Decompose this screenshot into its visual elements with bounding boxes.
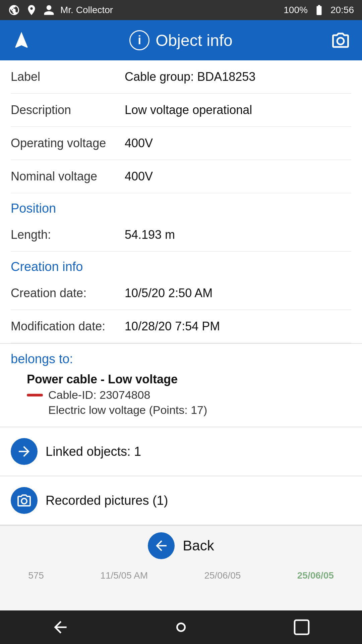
- label-row: Label Cable group: BDA18253: [11, 60, 351, 94]
- length-row: Length: 54.193 m: [11, 218, 351, 252]
- cable-id-row: Cable-ID: 23074808: [27, 388, 351, 401]
- description-key: Description: [11, 103, 125, 117]
- cable-id-text: Cable-ID: 23074808: [48, 388, 150, 401]
- nav-square-icon: [292, 618, 311, 637]
- partial-col3: 25/06/05: [204, 570, 241, 581]
- page-title: Object info: [156, 31, 232, 50]
- person-icon: [43, 4, 55, 16]
- partial-col2: 11/5/05 AM: [100, 570, 148, 581]
- modification-date-row: Modification date: 10/28/20 7:54 PM: [11, 310, 351, 343]
- nav-home-button[interactable]: [161, 615, 201, 639]
- nominal-voltage-row: Nominal voltage 400V: [11, 160, 351, 193]
- creation-date-key: Creation date:: [11, 286, 125, 300]
- partial-col1: 575: [28, 570, 44, 581]
- status-bar: Mr. Collector 100% 20:56: [0, 0, 362, 20]
- wifi-icon: [8, 4, 20, 16]
- location-icon: [25, 4, 38, 16]
- description-value: Low voltage operational: [125, 103, 351, 117]
- modification-date-value: 10/28/20 7:54 PM: [125, 319, 351, 333]
- bottom-nav: [0, 610, 362, 644]
- linked-objects-label: Linked objects: 1: [46, 444, 141, 459]
- status-bar-left: Mr. Collector: [8, 4, 113, 16]
- length-value: 54.193 m: [125, 228, 351, 242]
- label-value: Cable group: BDA18253: [125, 70, 351, 84]
- battery-icon: [313, 4, 325, 16]
- partial-bottom-row: 575 11/5/05 AM 25/06/05 25/06/05: [0, 566, 362, 586]
- modification-date-key: Modification date:: [11, 319, 125, 333]
- cable-id-dash: [27, 394, 43, 396]
- nav-back-icon: [51, 618, 70, 637]
- back-icon-circle: [148, 532, 175, 559]
- linked-objects-row[interactable]: Linked objects: 1: [0, 427, 362, 476]
- navigate-button[interactable]: [9, 28, 34, 52]
- battery-label: 100%: [284, 5, 308, 15]
- info-icon: i: [129, 30, 149, 50]
- back-arrow-icon: [153, 538, 169, 554]
- recorded-pictures-icon-circle: [11, 487, 38, 514]
- nav-home-icon: [172, 618, 190, 637]
- operating-voltage-row: Operating voltage 400V: [11, 127, 351, 160]
- length-key: Length:: [11, 228, 125, 242]
- camera-icon: [330, 30, 351, 50]
- nav-square-button[interactable]: [282, 615, 322, 639]
- creation-date-value: 10/5/20 2:50 AM: [125, 286, 351, 300]
- operating-voltage-key: Operating voltage: [11, 136, 125, 150]
- svg-point-1: [177, 623, 185, 631]
- description-row: Description Low voltage operational: [11, 94, 351, 127]
- arrow-right-icon: [16, 443, 32, 460]
- belongs-to-title: Power cable - Low voltage: [27, 372, 351, 386]
- position-section-header: Position: [11, 193, 351, 218]
- nominal-voltage-key: Nominal voltage: [11, 169, 125, 183]
- username-label: Mr. Collector: [60, 5, 113, 15]
- content-area: Label Cable group: BDA18253 Description …: [0, 60, 362, 343]
- back-label: Back: [183, 538, 214, 554]
- linked-objects-icon-circle: [11, 438, 38, 465]
- belongs-to-points: Electric low voltage (Points: 17): [27, 404, 351, 417]
- camera-button[interactable]: [328, 28, 353, 52]
- recorded-pictures-row[interactable]: Recorded pictures (1): [0, 476, 362, 525]
- nominal-voltage-value: 400V: [125, 169, 351, 183]
- camera-action-icon: [16, 492, 32, 508]
- nav-back-button[interactable]: [40, 615, 80, 639]
- svg-rect-2: [295, 620, 309, 634]
- label-key: Label: [11, 70, 125, 84]
- app-header: i Object info: [0, 20, 362, 60]
- navigate-icon: [11, 30, 32, 50]
- back-button[interactable]: Back: [0, 525, 362, 566]
- belongs-to-label: belongs to:: [0, 352, 362, 370]
- belongs-to-section: belongs to: Power cable - Low voltage Ca…: [0, 343, 362, 427]
- status-bar-right: 100% 20:56: [284, 4, 354, 16]
- operating-voltage-value: 400V: [125, 136, 351, 150]
- recorded-pictures-label: Recorded pictures (1): [46, 493, 168, 508]
- time-label: 20:56: [330, 5, 354, 15]
- header-title-group: i Object info: [129, 30, 232, 50]
- belongs-to-item: Power cable - Low voltage Cable-ID: 2307…: [0, 370, 362, 419]
- creation-info-section-header: Creation info: [11, 252, 351, 277]
- creation-date-row: Creation date: 10/5/20 2:50 AM: [11, 277, 351, 310]
- partial-col4: 25/06/05: [297, 570, 334, 581]
